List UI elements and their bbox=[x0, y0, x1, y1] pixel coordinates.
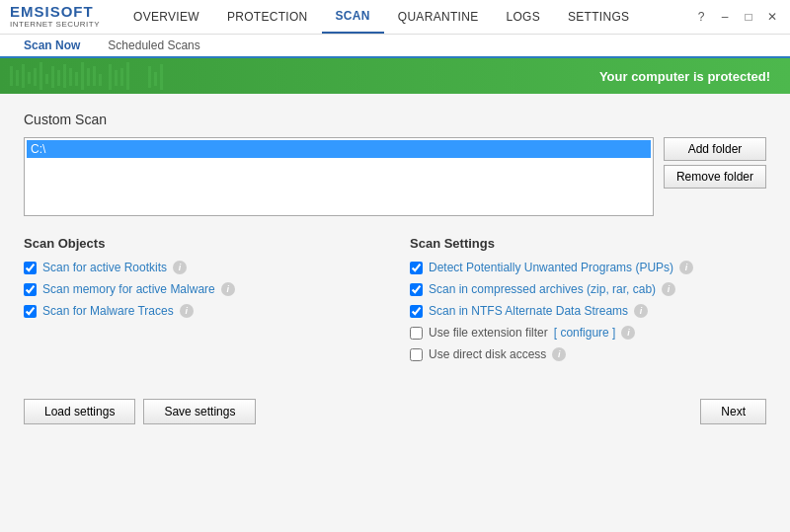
svg-rect-0 bbox=[10, 66, 13, 86]
checkbox-traces[interactable] bbox=[24, 305, 37, 318]
svg-rect-15 bbox=[99, 74, 102, 86]
check-direct-disk: Use direct disk access i bbox=[410, 347, 766, 361]
svg-rect-19 bbox=[126, 62, 129, 90]
label-pups: Detect Potentially Unwanted Programs (PU… bbox=[429, 261, 673, 274]
label-malware: Scan memory for active Malware bbox=[42, 282, 215, 296]
label-traces: Scan for Malware Traces bbox=[42, 304, 174, 318]
svg-rect-4 bbox=[34, 68, 37, 86]
maximize-button[interactable]: □ bbox=[741, 9, 756, 25]
info-direct-disk-icon[interactable]: i bbox=[552, 347, 566, 361]
checkbox-direct-disk[interactable] bbox=[410, 348, 423, 361]
checkbox-compressed[interactable] bbox=[410, 283, 423, 296]
main-content: Custom Scan C:\ Add folder Remove folder… bbox=[0, 94, 790, 532]
footer-left: Load settings Save settings bbox=[24, 399, 256, 424]
svg-rect-12 bbox=[81, 62, 84, 90]
svg-rect-20 bbox=[148, 66, 151, 88]
label-compressed: Scan in compressed archives (zip, rar, c… bbox=[429, 282, 656, 296]
options-columns: Scan Objects Scan for active Rootkits i … bbox=[24, 236, 766, 369]
subnav-scan-now[interactable]: Scan Now bbox=[10, 38, 94, 58]
check-pups: Detect Potentially Unwanted Programs (PU… bbox=[410, 261, 766, 274]
scan-settings-title: Scan Settings bbox=[410, 236, 766, 251]
nav-settings[interactable]: SETTINGS bbox=[554, 0, 643, 34]
label-extension-filter: Use file extension filter bbox=[429, 326, 548, 340]
scan-objects-title: Scan Objects bbox=[24, 236, 380, 251]
titlebar: EMSISOFT INTERNET SECURITY OVERVIEW PROT… bbox=[0, 0, 790, 35]
svg-rect-7 bbox=[51, 66, 54, 88]
file-list-item[interactable]: C:\ bbox=[27, 140, 651, 158]
next-button[interactable]: Next bbox=[700, 399, 766, 424]
info-extension-icon[interactable]: i bbox=[621, 326, 635, 340]
configure-link[interactable]: [ configure ] bbox=[554, 326, 616, 340]
svg-rect-22 bbox=[160, 64, 163, 90]
nav-logs[interactable]: LOGS bbox=[492, 0, 554, 34]
scan-settings-col: Scan Settings Detect Potentially Unwante… bbox=[410, 236, 766, 369]
save-settings-button[interactable]: Save settings bbox=[143, 399, 256, 424]
label-rootkits: Scan for active Rootkits bbox=[42, 261, 167, 274]
window-controls: ? – □ ✕ bbox=[693, 9, 780, 25]
svg-rect-11 bbox=[75, 72, 78, 86]
footer: Load settings Save settings Next bbox=[24, 389, 766, 424]
nav-overview[interactable]: OVERVIEW bbox=[119, 0, 213, 34]
checkbox-malware[interactable] bbox=[24, 283, 37, 296]
svg-rect-21 bbox=[154, 72, 157, 86]
file-list[interactable]: C:\ bbox=[24, 137, 654, 216]
file-list-container: C:\ Add folder Remove folder bbox=[24, 137, 766, 216]
svg-rect-2 bbox=[22, 64, 25, 88]
minimize-button[interactable]: – bbox=[717, 9, 733, 25]
info-pups-icon[interactable]: i bbox=[679, 261, 693, 274]
scan-objects-col: Scan Objects Scan for active Rootkits i … bbox=[24, 236, 380, 369]
svg-rect-10 bbox=[69, 68, 72, 86]
svg-rect-14 bbox=[93, 66, 96, 86]
svg-rect-13 bbox=[87, 68, 90, 86]
checkbox-pups[interactable] bbox=[410, 262, 423, 274]
logo-subtitle: INTERNET SECURITY bbox=[10, 21, 100, 30]
remove-folder-button[interactable]: Remove folder bbox=[664, 165, 766, 189]
svg-rect-17 bbox=[115, 70, 118, 86]
info-malware-icon[interactable]: i bbox=[221, 282, 235, 296]
label-direct-disk: Use direct disk access bbox=[429, 347, 546, 361]
svg-rect-3 bbox=[28, 72, 31, 84]
main-nav: OVERVIEW PROTECTION SCAN QUARANTINE LOGS… bbox=[119, 0, 693, 34]
check-malware: Scan memory for active Malware i bbox=[24, 282, 380, 296]
checkbox-extension-filter[interactable] bbox=[410, 327, 423, 340]
checkbox-rootkits[interactable] bbox=[24, 262, 37, 274]
protection-status-text: Your computer is protected! bbox=[599, 69, 770, 84]
info-traces-icon[interactable]: i bbox=[180, 304, 194, 318]
file-list-buttons: Add folder Remove folder bbox=[664, 137, 766, 216]
add-folder-button[interactable]: Add folder bbox=[664, 137, 766, 161]
logo-title: EMSISOFT bbox=[10, 4, 100, 21]
protection-banner: Your computer is protected! bbox=[0, 58, 790, 94]
info-rootkits-icon[interactable]: i bbox=[173, 261, 187, 274]
load-settings-button[interactable]: Load settings bbox=[24, 399, 135, 424]
nav-quarantine[interactable]: QUARANTINE bbox=[384, 0, 493, 34]
logo: EMSISOFT INTERNET SECURITY bbox=[10, 4, 100, 29]
svg-rect-18 bbox=[120, 68, 123, 86]
info-compressed-icon[interactable]: i bbox=[662, 282, 675, 296]
nav-scan[interactable]: SCAN bbox=[322, 0, 384, 34]
custom-scan-title: Custom Scan bbox=[24, 112, 766, 127]
svg-rect-16 bbox=[109, 64, 112, 90]
nav-protection[interactable]: PROTECTION bbox=[213, 0, 322, 34]
check-rootkits: Scan for active Rootkits i bbox=[24, 261, 380, 274]
svg-rect-1 bbox=[16, 70, 19, 86]
check-extension-filter: Use file extension filter [ configure ] … bbox=[410, 326, 766, 340]
label-ntfs: Scan in NTFS Alternate Data Streams bbox=[429, 304, 628, 318]
svg-rect-9 bbox=[63, 64, 66, 88]
check-ntfs: Scan in NTFS Alternate Data Streams i bbox=[410, 304, 766, 318]
check-compressed: Scan in compressed archives (zip, rar, c… bbox=[410, 282, 766, 296]
check-traces: Scan for Malware Traces i bbox=[24, 304, 380, 318]
info-ntfs-icon[interactable]: i bbox=[634, 304, 648, 318]
subnav: Scan Now Scheduled Scans bbox=[0, 35, 790, 58]
close-button[interactable]: ✕ bbox=[764, 9, 780, 25]
svg-rect-8 bbox=[57, 70, 60, 86]
subnav-scheduled-scans[interactable]: Scheduled Scans bbox=[94, 38, 213, 58]
help-button[interactable]: ? bbox=[693, 9, 709, 25]
svg-rect-6 bbox=[45, 74, 48, 84]
checkbox-ntfs[interactable] bbox=[410, 305, 423, 318]
svg-rect-5 bbox=[40, 62, 42, 90]
